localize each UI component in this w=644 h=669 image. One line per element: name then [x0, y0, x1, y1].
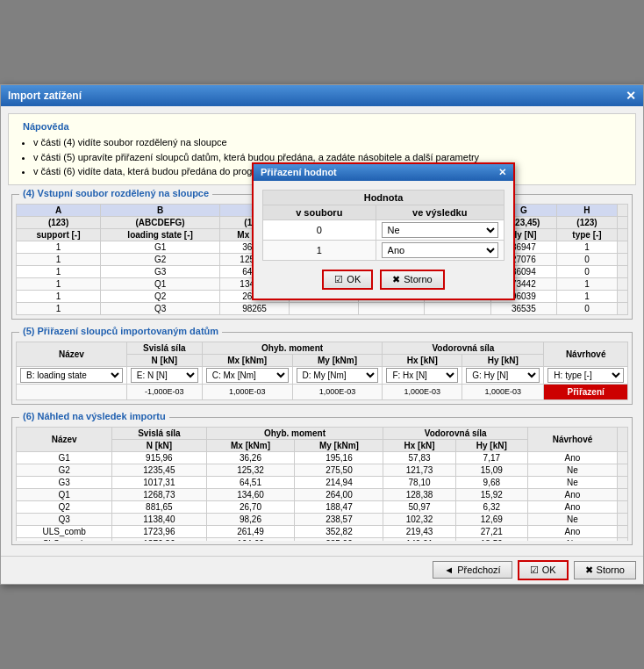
s5-dropdown-row: B: loading state E: N [N] C: Mx [Nm] [17, 366, 628, 384]
col-h-letter: H [556, 204, 617, 216]
ok-label: OK [542, 565, 556, 575]
section6-table: Název Svislá síla Ohyb. moment Vodorovná… [16, 427, 628, 541]
dialog-ve-vysledku-header: ve výsledku [376, 205, 504, 219]
dialog-ok-icon: ☑ [334, 274, 343, 285]
dialog-cancel-label: Storno [404, 274, 432, 284]
section5-group: (5) Přiřazení sloupců importovaným datům… [11, 332, 633, 405]
dialog-souboru-0: 0 [263, 219, 376, 240]
s6-navrhove: Návrhové [527, 427, 617, 451]
col-a-sub: (123) [17, 216, 101, 228]
s5-navrhove-header: Návrhové [544, 342, 628, 366]
col-h-select[interactable]: H: type [-] [547, 368, 624, 383]
col-h-sub: (123) [556, 216, 617, 228]
table-row: ULS_comb1723,96261,49352,82219,4327,21An… [17, 525, 628, 537]
dialog-title: Přiřazení hodnot [261, 167, 337, 177]
s6-mx: Mx [kNm] [206, 439, 295, 451]
section5-table: Název Svislá síla Ohyb. moment Vodorovná… [16, 342, 628, 400]
s5-mx-header: Mx [kNm] [202, 354, 292, 366]
s6-hx: Hx [kN] [383, 439, 455, 451]
table-row: Q2881,6526,70188,4750,976,32Ano [17, 500, 628, 513]
s5-svisla-header: Svislá síla [126, 342, 202, 354]
dialog-cancel-button[interactable]: ✖ Storno [380, 270, 444, 290]
window-title: Import zatížení [8, 90, 82, 102]
close-button[interactable]: ✕ [626, 89, 636, 103]
col-g-select[interactable]: G: Hy [N] [466, 368, 540, 383]
dialog-v-souboru-header: v souboru [263, 205, 376, 219]
scroll-spacer [618, 204, 628, 216]
prev-label: Předchozí [457, 565, 501, 575]
col-b-select[interactable]: B: loading state [20, 368, 123, 383]
cancel-button[interactable]: ✖ Storno [574, 561, 636, 579]
help-item-1: v části (4) vidíte soubor rozdělený na s… [33, 135, 626, 150]
section6-label: (6) Náhled na výsledek importu [19, 411, 169, 421]
dialog-vysledku-1-select[interactable]: Ano Ne [382, 242, 498, 258]
table-row: Q11268,73134,60264,00128,3815,92Ano [17, 488, 628, 500]
s6-my: My [kNm] [295, 439, 383, 451]
col-a-header: support [-] [17, 228, 101, 241]
dialog-ok-button[interactable]: ☑ OK [322, 270, 373, 290]
s6-vod: Vodorovná síla [383, 427, 528, 439]
prev-button[interactable]: ◄ Předchozí [433, 561, 512, 579]
col-b-sub: (ABCDEFG) [101, 216, 220, 228]
ok-button[interactable]: ☑ OK [518, 560, 569, 580]
dialog-buttons: ☑ OK ✖ Storno [262, 270, 504, 290]
table-row: SLS_comb1376,36164,60285,00149,9118,59Ne [17, 537, 628, 541]
s6-ohyb: Ohyb. moment [206, 427, 383, 439]
dialog-souboru-1: 1 [263, 240, 376, 260]
col-e-select[interactable]: E: N [N] [131, 368, 198, 383]
dialog-row-0: 0 Ne Ano [263, 219, 504, 240]
cancel-icon: ✖ [585, 565, 593, 576]
section5-label: (5) Přiřazení sloupců importovaným datům [19, 326, 222, 336]
col-b-header: loading state [-] [101, 228, 220, 241]
dialog-overlay: Přiřazení hodnot ✕ Hodnota v souboru ve … [252, 162, 515, 300]
s6-nazev: Název [17, 427, 112, 451]
table-row: G31017,3164,51214,9478,109,68Ne [17, 476, 628, 488]
dialog-title-bar: Přiřazení hodnot ✕ [254, 164, 513, 181]
table-row: G1915,9636,26195,1657,837,17Ano [17, 451, 628, 464]
s5-my-header: My [kNm] [292, 354, 383, 366]
s5-hy-header: Hy [kN] [462, 354, 544, 366]
col-f-select[interactable]: F: Hx [N] [386, 368, 458, 383]
s6-n: N [kN] [112, 439, 206, 451]
section4-label: (4) Vstupní soubor rozdělený na sloupce [19, 188, 212, 198]
dialog-vysledku-0-select[interactable]: Ne Ano [382, 222, 498, 238]
ok-icon: ☑ [530, 565, 539, 576]
col-b-letter: B [101, 204, 220, 216]
prev-icon: ◄ [444, 565, 454, 575]
section6-group: (6) Náhled na výsledek importu Název Svi… [11, 417, 633, 545]
s5-multiplier-row: -1,000E-03 1,000E-03 1,000E-03 1,000E-03… [17, 384, 628, 399]
table-row: Q31138,4098,26238,57102,3212,69Ne [17, 513, 628, 525]
dialog-body: Hodnota v souboru ve výsledku 0 [254, 181, 513, 299]
dialog-hodnota-header: Hodnota [263, 190, 504, 205]
col-d-select[interactable]: D: My [Nm] [297, 368, 379, 383]
s5-nazev-header: Název [17, 342, 127, 366]
cancel-label: Storno [597, 565, 625, 575]
s5-ohyb-header: Ohyb. moment [202, 342, 383, 354]
s5-hx-header: Hx [kN] [383, 354, 462, 366]
table-row: 1Q398265365350 [17, 302, 628, 314]
title-bar: Import zatížení ✕ [1, 85, 643, 106]
col-h-header: type [-] [556, 228, 617, 241]
dialog-close-button[interactable]: ✕ [498, 167, 506, 178]
s6-hy: Hy [kN] [455, 439, 527, 451]
main-window: Import zatížení ✕ Nápověda v části (4) v… [0, 84, 644, 585]
dialog-box: Přiřazení hodnot ✕ Hodnota v souboru ve … [252, 162, 515, 300]
col-c-select[interactable]: C: Mx [Nm] [206, 368, 289, 383]
assign-button[interactable]: Přiřazení [544, 385, 627, 399]
col-a-letter: A [17, 204, 101, 216]
dialog-ok-label: OK [347, 274, 361, 284]
s6-svisla: Svislá síla [112, 427, 206, 439]
s5-n-header: N [kN] [126, 354, 202, 366]
dialog-row-1: 1 Ano Ne [263, 240, 504, 260]
table-row: G21235,45125,32275,50121,7315,09Ne [17, 464, 628, 476]
help-title: Nápověda [18, 119, 626, 133]
dialog-cancel-icon: ✖ [392, 274, 400, 285]
s5-vod-header: Vodorovná síla [383, 342, 544, 354]
dialog-table: Hodnota v souboru ve výsledku 0 [262, 190, 504, 261]
bottom-bar: ◄ Předchozí ☑ OK ✖ Storno [1, 556, 643, 584]
